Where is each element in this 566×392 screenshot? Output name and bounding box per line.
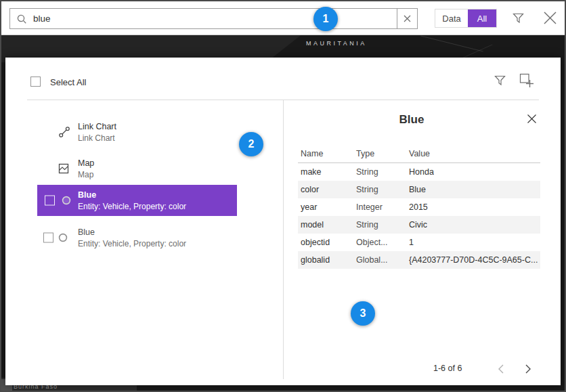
table-row: color String Blue	[298, 181, 540, 198]
map-label-mauritania: MAURITANIA	[306, 40, 367, 47]
clear-search-button[interactable]	[397, 8, 418, 29]
list-item-blue[interactable]: Blue Entity: Vehicle, Property: color	[5, 223, 283, 253]
cell-type: Global...	[356, 255, 388, 265]
cell-type: Object...	[356, 238, 388, 247]
attribute-table: make String Honda color String Blue year…	[298, 163, 540, 269]
list-item-text: Blue Entity: Vehicle, Property: color	[78, 227, 186, 248]
cell-type: String	[356, 167, 378, 177]
list-item-subtitle: Map	[78, 170, 94, 179]
scope-data-button[interactable]: Data	[435, 9, 468, 27]
cell-value: Blue	[409, 185, 426, 194]
app-window: MAURITANIA Burkina Faso Data All Sele	[0, 0, 566, 392]
item-checkbox[interactable]	[43, 233, 53, 243]
cell-value: 2015	[409, 202, 428, 212]
chevron-left-icon[interactable]	[494, 362, 508, 376]
map-icon	[58, 163, 69, 174]
list-item-title: Link Chart	[78, 122, 116, 131]
list-item-text: Blue Entity: Vehicle, Property: color	[78, 190, 186, 211]
select-all-checkbox[interactable]	[30, 77, 41, 87]
list-item-title: Blue	[78, 227, 186, 237]
cell-value: {A4203777-D70D-4C5C-9A65-C...	[409, 255, 538, 265]
vertical-divider	[283, 100, 284, 379]
scope-toggle: Data All	[435, 9, 497, 28]
cell-name: make	[301, 167, 322, 177]
cell-type: String	[356, 220, 378, 230]
list-item-subtitle: Link Chart	[78, 133, 116, 143]
add-to-selection-icon[interactable]	[519, 73, 534, 87]
select-all-label: Select All	[50, 77, 86, 87]
annotation-badge-3: 3	[351, 301, 375, 326]
cell-name: globalid	[301, 255, 330, 265]
table-row: year Integer 2015	[298, 198, 540, 216]
list-item-map[interactable]: Map Map	[5, 154, 283, 183]
list-item-title: Map	[78, 158, 94, 168]
table-row: objectid Object... 1	[298, 234, 540, 251]
detail-close-icon[interactable]	[527, 114, 537, 124]
cell-name: year	[301, 202, 317, 212]
item-checkbox[interactable]	[45, 196, 55, 206]
entity-circle-icon	[62, 196, 71, 205]
list-item-subtitle: Entity: Vehicle, Property: color	[78, 202, 186, 211]
list-item-subtitle: Entity: Vehicle, Property: color	[78, 239, 186, 248]
map-border-line	[420, 36, 483, 52]
table-row: make String Honda	[298, 163, 540, 181]
column-header-name: Name	[301, 149, 323, 158]
search-icon	[16, 14, 27, 24]
cell-type: String	[356, 185, 378, 194]
cell-value: 1	[409, 238, 414, 247]
annotation-badge-1: 1	[313, 7, 338, 31]
table-row: model String Civic	[298, 216, 540, 234]
table-header: Name Type Value	[298, 149, 540, 162]
list-item-text: Link Chart Link Chart	[78, 122, 116, 143]
filter-icon[interactable]	[513, 13, 524, 24]
filter-icon[interactable]	[494, 75, 506, 86]
list-item-title: Blue	[78, 190, 186, 200]
chevron-right-icon[interactable]	[521, 362, 535, 376]
link-chart-icon	[58, 126, 70, 138]
search-box	[9, 8, 397, 29]
pagination-label: 1-6 of 6	[433, 364, 462, 373]
detail-title: Blue	[283, 113, 540, 127]
search-toolbar: Data All	[1, 1, 565, 35]
annotation-badge-2: 2	[239, 132, 263, 156]
table-row: globalid Global... {A4203777-D70D-4C5C-9…	[298, 251, 540, 269]
list-item-blue-selected[interactable]: Blue Entity: Vehicle, Property: color	[37, 185, 237, 216]
close-search-icon[interactable]	[543, 11, 557, 25]
clear-icon	[404, 15, 411, 22]
list-item-text: Map Map	[78, 158, 94, 179]
column-header-type: Type	[356, 149, 374, 158]
cell-value: Honda	[409, 167, 434, 177]
column-header-value: Value	[409, 149, 430, 158]
cell-name: model	[301, 220, 324, 230]
cell-type: Integer	[356, 202, 383, 212]
search-results-panel: Select All Link Chart Link Chart Map	[5, 58, 561, 385]
cell-value: Civic	[409, 220, 427, 230]
entity-circle-icon	[58, 233, 68, 242]
cell-name: color	[301, 185, 319, 194]
scope-all-button[interactable]: All	[468, 9, 496, 27]
cell-name: objectid	[301, 238, 330, 247]
